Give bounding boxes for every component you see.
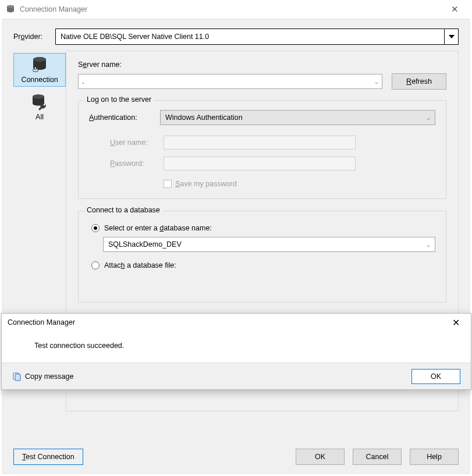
messagebox-title: Connection Manager bbox=[8, 318, 446, 326]
messagebox-close-button[interactable]: ✕ bbox=[446, 317, 465, 328]
database-icon bbox=[30, 56, 49, 74]
dropdown-arrow-icon bbox=[444, 29, 458, 44]
username-input bbox=[164, 136, 356, 150]
copy-message-button[interactable]: Copy message bbox=[12, 372, 73, 381]
chevron-down-icon: ⌵ bbox=[375, 79, 378, 85]
messagebox-footer: Copy message OK bbox=[2, 363, 471, 389]
radio-icon bbox=[91, 224, 100, 232]
messagebox: Connection Manager ✕ Test connection suc… bbox=[1, 313, 471, 390]
copy-message-label: Copy message bbox=[25, 372, 73, 381]
chevron-down-icon: ⌵ bbox=[427, 241, 430, 248]
help-button[interactable]: Help bbox=[410, 449, 459, 465]
logon-group: Log on to the server Authentication: Win… bbox=[78, 100, 446, 199]
database-legend: Connect to a database bbox=[84, 206, 162, 214]
tab-all-label: All bbox=[36, 113, 44, 121]
provider-dropdown[interactable]: Native OLE DB\SQL Server Native Client 1… bbox=[55, 29, 459, 45]
database-icon bbox=[6, 5, 15, 14]
database-name-value: SQLShackDemo_DEV bbox=[108, 240, 182, 248]
tab-connection[interactable]: Connection bbox=[13, 53, 66, 87]
messagebox-body: Test connection succeeded. bbox=[2, 331, 471, 363]
logon-legend: Log on to the server bbox=[84, 95, 154, 104]
refresh-button[interactable]: Refresh bbox=[392, 73, 446, 90]
test-connection-button[interactable]: Test Connection bbox=[13, 449, 83, 465]
save-password-label: Save my password bbox=[175, 180, 237, 188]
password-label: Password: bbox=[110, 159, 157, 168]
server-name-value: . bbox=[82, 77, 84, 86]
server-name-combobox[interactable]: . ⌵ bbox=[78, 74, 382, 89]
chevron-down-icon: ⌵ bbox=[427, 115, 430, 121]
copy-icon bbox=[12, 372, 22, 381]
svg-point-1 bbox=[7, 5, 14, 7]
window-close-button[interactable]: ✕ bbox=[443, 0, 466, 19]
cancel-button[interactable]: Cancel bbox=[353, 449, 402, 465]
svg-point-3 bbox=[33, 57, 46, 62]
radio-attach-file[interactable]: Attach a database file: bbox=[91, 261, 435, 269]
radio-icon bbox=[91, 261, 100, 269]
dialog-button-row: Test Connection OK Cancel Help bbox=[13, 449, 459, 465]
tab-all[interactable]: All bbox=[13, 90, 66, 124]
svg-rect-9 bbox=[15, 374, 20, 381]
window-title: Connection Manager bbox=[20, 5, 443, 13]
messagebox-ok-button[interactable]: OK bbox=[411, 369, 460, 384]
provider-row: Provider: Native OLE DB\SQL Server Nativ… bbox=[3, 19, 469, 45]
svg-point-7 bbox=[33, 94, 44, 98]
server-name-label: Server name: bbox=[78, 61, 446, 69]
database-wrench-icon bbox=[30, 93, 49, 112]
radio-select-database-label: Select or enter a database name: bbox=[104, 224, 212, 232]
checkbox-icon bbox=[164, 180, 172, 188]
dialog-body: Provider: Native OLE DB\SQL Server Nativ… bbox=[2, 19, 470, 474]
authentication-label: Authentication: bbox=[89, 113, 153, 122]
save-password-checkbox: Save my password bbox=[164, 180, 435, 188]
svg-rect-5 bbox=[35, 67, 37, 69]
provider-value: Native OLE DB\SQL Server Native Client 1… bbox=[61, 33, 209, 41]
password-input bbox=[164, 157, 356, 170]
radio-select-database[interactable]: Select or enter a database name: bbox=[91, 224, 435, 232]
authentication-dropdown[interactable]: Windows Authentication ⌵ bbox=[160, 110, 435, 125]
username-label: User name: bbox=[110, 138, 157, 147]
messagebox-titlebar: Connection Manager ✕ bbox=[2, 314, 471, 331]
database-name-combobox[interactable]: SQLShackDemo_DEV ⌵ bbox=[103, 237, 435, 252]
window-titlebar: Connection Manager ✕ bbox=[0, 0, 472, 19]
authentication-value: Windows Authentication bbox=[165, 113, 243, 122]
database-group: Connect to a database Select or enter a … bbox=[78, 211, 446, 303]
tab-connection-label: Connection bbox=[21, 76, 58, 84]
ok-button[interactable]: OK bbox=[296, 449, 345, 465]
radio-attach-file-label: Attach a database file: bbox=[104, 261, 176, 269]
provider-label: Provider: bbox=[13, 33, 48, 41]
